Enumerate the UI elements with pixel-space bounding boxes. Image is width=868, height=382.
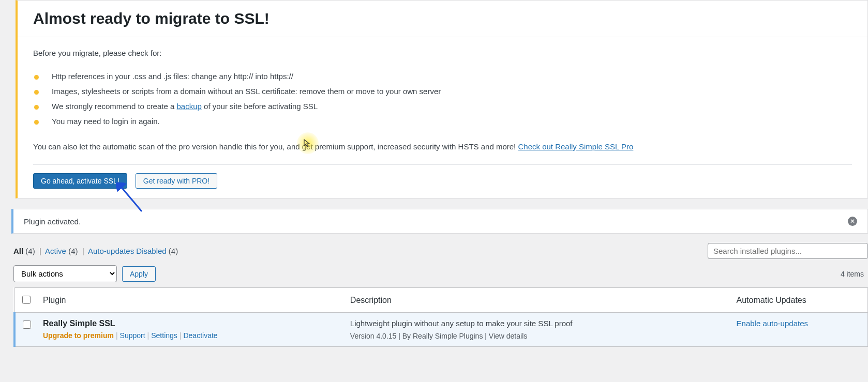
notice-actions: Go ahead, activate SSL! Get ready with P… — [33, 164, 852, 198]
separator: | — [37, 247, 43, 255]
row-checkbox[interactable] — [23, 320, 31, 329]
enable-auto-updates-link[interactable]: Enable auto-updates — [737, 319, 808, 328]
plugin-description: Lightweight plugin without any setup to … — [350, 319, 726, 328]
table-row: Really Simple SSL Upgrade to premium|Sup… — [14, 313, 868, 347]
upgrade-link[interactable]: Upgrade to premium — [43, 331, 114, 340]
activate-ssl-button[interactable]: Go ahead, activate SSL! — [33, 173, 127, 189]
search-box — [708, 243, 868, 259]
pro-line: You can also let the automatic scan of t… — [33, 142, 852, 151]
notice-body: Before you migrate, please check for: Ht… — [18, 37, 867, 151]
deactivate-link[interactable]: Deactivate — [183, 331, 217, 340]
col-plugin[interactable]: Plugin — [38, 288, 345, 313]
bulk-row: Bulk actions Apply 4 items — [13, 265, 868, 282]
filter-auto-count: (4) — [169, 247, 178, 255]
plugin-meta: Version 4.0.15 | By Really Simple Plugin… — [350, 332, 726, 340]
pro-link[interactable]: Check out Really Simple SSL Pro — [518, 142, 633, 151]
items-count: 4 items — [841, 270, 864, 278]
view-details-link[interactable]: View details — [489, 332, 527, 340]
notice-header: Almost ready to migrate to SSL! — [18, 1, 867, 37]
check-item: Http references in your .css and .js fil… — [33, 69, 852, 84]
check-item: Images, stylesheets or scripts from a do… — [33, 84, 852, 99]
check-item-text: We strongly recommend to create a — [52, 102, 177, 111]
plugins-table: Plugin Description Automatic Updates Rea… — [13, 287, 868, 347]
svg-line-0 — [120, 186, 142, 211]
apply-button[interactable]: Apply — [122, 266, 156, 282]
ssl-migrate-notice: Almost ready to migrate to SSL! Before y… — [16, 0, 868, 198]
separator: | — [80, 247, 86, 255]
filter-all-count: (4) — [25, 247, 35, 255]
col-auto-updates[interactable]: Automatic Updates — [731, 288, 868, 313]
notice-title: Almost ready to migrate to SSL! — [33, 10, 852, 27]
col-description[interactable]: Description — [345, 288, 731, 313]
meta-sep: | — [483, 332, 488, 340]
select-all-checkbox[interactable] — [22, 296, 31, 304]
get-pro-button[interactable]: Get ready with PRO! — [136, 173, 217, 189]
check-item: You may need to login in again. — [33, 114, 852, 129]
filter-active[interactable]: Active — [45, 247, 66, 255]
filter-active-count: (4) — [68, 247, 78, 255]
row-actions: Upgrade to premium|Support|Settings|Deac… — [43, 331, 340, 340]
filters-row: All (4) | Active (4) | Auto-updates Disa… — [13, 243, 868, 259]
pro-text: You can also let the automatic scan of t… — [33, 142, 518, 151]
settings-link[interactable]: Settings — [151, 331, 177, 340]
filter-auto-updates[interactable]: Auto-updates Disabled — [88, 247, 167, 255]
select-all-header — [14, 288, 38, 313]
plugin-name: Really Simple SSL — [43, 319, 340, 328]
filter-links: All (4) | Active (4) | Auto-updates Disa… — [13, 247, 178, 255]
check-item-suffix: of your site before activating SSL — [202, 102, 318, 111]
close-icon[interactable]: ✕ — [848, 217, 857, 226]
search-input[interactable] — [708, 243, 868, 259]
bulk-actions-select[interactable]: Bulk actions — [13, 265, 117, 282]
author-link[interactable]: Really Simple Plugins — [413, 332, 483, 340]
meta-version: Version 4.0.15 | By — [350, 332, 413, 340]
filter-all[interactable]: All — [13, 247, 23, 255]
plugin-activated-notice: Plugin activated. ✕ — [11, 209, 868, 234]
check-item: We strongly recommend to create a backup… — [33, 99, 852, 114]
support-link[interactable]: Support — [120, 331, 145, 340]
check-list: Http references in your .css and .js fil… — [33, 69, 852, 129]
backup-link[interactable]: backup — [177, 102, 202, 111]
notice-intro: Before you migrate, please check for: — [33, 49, 852, 57]
status-message: Plugin activated. — [24, 217, 81, 226]
